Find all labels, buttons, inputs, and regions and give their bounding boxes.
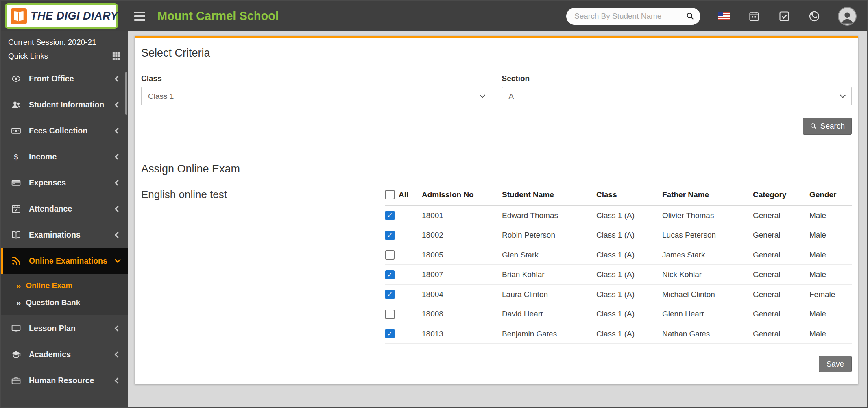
search-icon[interactable] bbox=[683, 9, 697, 23]
quick-links-label: Quick Links bbox=[8, 52, 48, 61]
double-chevron-icon: » bbox=[16, 281, 21, 290]
cell-category: General bbox=[753, 245, 809, 264]
assign-online-exam-title: Assign Online Exam bbox=[141, 163, 852, 175]
cell-gender: Male bbox=[809, 265, 852, 284]
sidebar-item-label: Lesson Plan bbox=[29, 324, 76, 333]
double-chevron-icon: » bbox=[16, 298, 21, 308]
row-checkbox[interactable]: ✓ bbox=[385, 270, 395, 279]
header-actions bbox=[566, 7, 867, 26]
lesson-plan-icon bbox=[11, 323, 22, 334]
cell-student-name: Brian Kohlar bbox=[502, 265, 596, 284]
cell-student-name: Robin Peterson bbox=[502, 225, 596, 245]
select-all-checkbox[interactable] bbox=[385, 190, 395, 199]
sidebar-item-label: Student Information bbox=[29, 100, 104, 109]
cell-father-name: Olivier Thomas bbox=[662, 205, 753, 225]
school-name: Mount Carmel School bbox=[157, 9, 279, 23]
cell-class: Class 1 (A) bbox=[596, 245, 662, 264]
cell-gender: Male bbox=[809, 205, 852, 225]
chevron-left-icon bbox=[115, 127, 121, 134]
chevron-left-icon bbox=[115, 351, 121, 358]
header-category: Category bbox=[753, 187, 809, 205]
header-gender: Gender bbox=[809, 187, 852, 205]
sidebar-item-academics[interactable]: Academics bbox=[1, 341, 128, 367]
table-row: ✓ 18007 Brian Kohlar Class 1 (A) Nick Ko… bbox=[385, 265, 852, 284]
cell-admission-no: 18004 bbox=[422, 284, 502, 304]
sidebar-item-examinations[interactable]: Examinations bbox=[1, 222, 128, 248]
sidebar-nav: Front OfficeStudent InformationFees Coll… bbox=[1, 65, 128, 393]
sidebar-item-front-office[interactable]: Front Office bbox=[1, 65, 128, 92]
chevron-left-icon bbox=[115, 153, 121, 160]
assign-exam-body: English online test All bbox=[141, 187, 852, 372]
sidebar-item-human-resource[interactable]: Human Resource bbox=[1, 367, 128, 393]
row-checkbox[interactable]: ✓ bbox=[385, 211, 395, 220]
save-row: Save bbox=[385, 356, 852, 372]
cell-student-name: Edward Thomas bbox=[502, 205, 596, 225]
app-logo[interactable]: THE DIGI DIARY bbox=[5, 3, 118, 29]
table-row: 18008 David Heart Class 1 (A) Glenn Hear… bbox=[385, 304, 852, 324]
sidebar-subitem-online-exam[interactable]: »Online Exam bbox=[1, 277, 128, 294]
task-check-icon[interactable] bbox=[778, 10, 791, 23]
row-checkbox[interactable] bbox=[385, 310, 395, 319]
chevron-down-icon bbox=[115, 257, 121, 263]
sidebar: Current Session: 2020-21 Quick Links Fro… bbox=[1, 31, 128, 407]
header-father-name: Father Name bbox=[662, 187, 753, 205]
search-button[interactable]: Search bbox=[803, 118, 852, 135]
save-button[interactable]: Save bbox=[819, 356, 852, 372]
cell-father-name: Nathan Gates bbox=[662, 324, 753, 343]
grid-icon bbox=[112, 52, 121, 61]
section-select[interactable]: A bbox=[502, 87, 852, 105]
table-row: ✓ 18002 Robin Peterson Class 1 (A) Lucas… bbox=[385, 225, 852, 245]
expenses-icon bbox=[11, 177, 22, 188]
row-checkbox[interactable]: ✓ bbox=[385, 290, 395, 299]
whatsapp-icon[interactable] bbox=[808, 10, 821, 23]
sidebar-subitem-label: Online Exam bbox=[26, 281, 72, 290]
chevron-left-icon bbox=[115, 231, 121, 238]
row-checkbox[interactable]: ✓ bbox=[385, 329, 395, 338]
cell-gender: Male bbox=[809, 245, 852, 264]
sidebar-item-label: Academics bbox=[29, 350, 71, 359]
menu-toggle-button[interactable] bbox=[134, 12, 145, 21]
sidebar-item-label: Examinations bbox=[29, 230, 81, 240]
chevron-down-icon bbox=[840, 92, 846, 98]
student-search-input[interactable] bbox=[574, 12, 683, 21]
table-header-row: All Admission No Student Name Class Fath… bbox=[385, 187, 852, 205]
cell-category: General bbox=[753, 324, 809, 343]
table-row: 18005 Glen Stark Class 1 (A) James Stark… bbox=[385, 245, 852, 264]
cell-father-name: James Stark bbox=[662, 245, 753, 264]
svg-text:$: $ bbox=[14, 152, 18, 161]
select-criteria-title: Select Criteria bbox=[141, 47, 852, 59]
cell-category: General bbox=[753, 225, 809, 245]
students-table-body: ✓ 18001 Edward Thomas Class 1 (A) Olivie… bbox=[385, 205, 852, 344]
sidebar-item-lesson-plan[interactable]: Lesson Plan bbox=[1, 315, 128, 341]
row-checkbox[interactable] bbox=[385, 250, 395, 260]
sidebar-item-label: Front Office bbox=[29, 74, 74, 83]
human-resource-icon bbox=[11, 375, 22, 386]
calendar-icon[interactable] bbox=[748, 10, 761, 23]
cell-admission-no: 18002 bbox=[422, 225, 502, 245]
cell-gender: Male bbox=[809, 324, 852, 343]
cell-category: General bbox=[753, 265, 809, 284]
cell-gender: Male bbox=[809, 225, 852, 245]
sidebar-scrollbar-thumb[interactable] bbox=[125, 72, 127, 115]
row-checkbox[interactable]: ✓ bbox=[385, 231, 395, 240]
cell-admission-no: 18007 bbox=[422, 265, 502, 284]
class-select[interactable]: Class 1 bbox=[141, 87, 491, 105]
attendance-icon bbox=[11, 203, 22, 214]
sidebar-item-expenses[interactable]: Expenses bbox=[1, 170, 128, 196]
sidebar-item-label: Expenses bbox=[29, 178, 66, 188]
chevron-down-icon bbox=[479, 92, 485, 98]
sidebar-item-student-information[interactable]: Student Information bbox=[1, 92, 128, 118]
sidebar-item-income[interactable]: $Income bbox=[1, 144, 128, 170]
sidebar-item-online-examinations[interactable]: Online Examinations bbox=[1, 248, 128, 274]
chevron-left-icon bbox=[115, 179, 121, 186]
quick-links[interactable]: Quick Links bbox=[1, 48, 128, 65]
sidebar-subitem-question-bank[interactable]: »Question Bank bbox=[1, 294, 128, 311]
table-row: ✓ 18013 Benjamin Gates Class 1 (A) Natha… bbox=[385, 324, 852, 343]
sidebar-item-attendance[interactable]: Attendance bbox=[1, 196, 128, 222]
sidebar-item-fees-collection[interactable]: Fees Collection bbox=[1, 118, 128, 144]
language-flag-icon[interactable] bbox=[718, 10, 731, 23]
user-avatar[interactable] bbox=[838, 7, 857, 26]
cell-category: General bbox=[753, 304, 809, 324]
section-label: Section bbox=[502, 74, 852, 83]
cell-admission-no: 18005 bbox=[422, 245, 502, 264]
